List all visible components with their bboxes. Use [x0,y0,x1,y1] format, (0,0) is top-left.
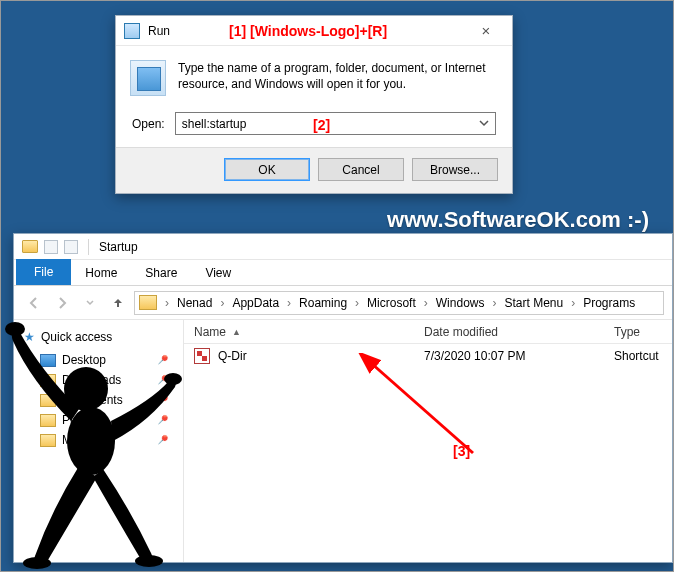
crumb-6[interactable]: Programs [579,296,639,310]
tab-home[interactable]: Home [71,260,131,285]
file-date: 7/3/2020 10:07 PM [414,349,604,363]
cancel-button[interactable]: Cancel [318,158,404,181]
chevron-right-icon[interactable]: › [161,296,173,310]
open-value: shell:startup [182,117,247,131]
folder-icon [22,240,38,253]
chevron-right-icon[interactable]: › [488,296,500,310]
quick-access-group[interactable]: ★ Quick access [18,326,179,348]
run-program-icon [130,60,166,96]
annotation-2: [2] [313,117,330,133]
tab-view[interactable]: View [191,260,245,285]
ok-button[interactable]: OK [224,158,310,181]
column-headers: Name▲ Date modified Type [184,320,672,344]
chevron-right-icon[interactable]: › [216,296,228,310]
crumb-0[interactable]: Nenad [173,296,216,310]
browse-button[interactable]: Browse... [412,158,498,181]
explorer-toolbar: › Nenad › AppData › Roaming › Microsoft … [14,286,672,320]
pin-icon: 📍 [152,350,171,369]
ribbon-tabs: File Home Share View [14,260,672,286]
chevron-right-icon[interactable]: › [420,296,432,310]
recent-dropdown-icon[interactable] [78,291,102,315]
open-label: Open: [132,117,165,131]
chevron-right-icon[interactable]: › [351,296,363,310]
breadcrumb-folder-icon [139,295,157,310]
explorer-window: Startup File Home Share View › Nenad › A… [13,233,673,563]
forward-button[interactable] [50,291,74,315]
run-icon [124,23,140,39]
explorer-title-text: Startup [99,240,138,254]
up-button[interactable] [106,291,130,315]
crumb-2[interactable]: Roaming [295,296,351,310]
breadcrumb[interactable]: › Nenad › AppData › Roaming › Microsoft … [134,291,664,315]
col-date[interactable]: Date modified [414,325,604,339]
nav-item-desktop[interactable]: Desktop📍 [36,350,179,370]
crumb-4[interactable]: Windows [432,296,489,310]
desktop-icon [40,354,56,367]
folder-icon [40,414,56,427]
folder-icon [40,374,56,387]
nav-pane: ★ Quick access Desktop📍 Downloads📍 Docum… [14,320,184,562]
star-icon: ★ [24,330,35,344]
tab-share[interactable]: Share [131,260,191,285]
nav-item-downloads[interactable]: Downloads📍 [36,370,179,390]
run-dialog: Run × Type the name of a program, folder… [115,15,513,194]
crumb-3[interactable]: Microsoft [363,296,420,310]
nav-item-pictures[interactable]: Pictures📍 [36,410,179,430]
crumb-5[interactable]: Start Menu [500,296,567,310]
file-name: Q-Dir [218,349,247,363]
quick-access-toolbar [44,240,78,254]
pin-icon: 📍 [152,430,171,449]
tab-file[interactable]: File [16,259,71,285]
crumb-1[interactable]: AppData [228,296,283,310]
nav-item-documents[interactable]: Documents📍 [36,390,179,410]
run-description: Type the name of a program, folder, docu… [178,60,496,92]
file-list: Name▲ Date modified Type Q-Dir 7/3/2020 … [184,320,672,562]
chevron-right-icon[interactable]: › [567,296,579,310]
close-icon[interactable]: × [466,16,506,46]
qdir-icon [194,348,210,364]
file-row[interactable]: Q-Dir 7/3/2020 10:07 PM Shortcut [184,344,672,368]
chevron-right-icon[interactable]: › [283,296,295,310]
watermark-text: www.SoftwareOK.com :-) [387,207,649,233]
qat-button-2[interactable] [64,240,78,254]
file-type: Shortcut [604,349,672,363]
sort-asc-icon: ▲ [232,327,241,337]
open-combobox[interactable]: shell:startup [175,112,496,135]
back-button[interactable] [22,291,46,315]
folder-icon [40,394,56,407]
folder-icon [40,434,56,447]
annotation-3: [3] [453,443,470,459]
pin-icon: 📍 [152,370,171,389]
qat-button-1[interactable] [44,240,58,254]
pin-icon: 📍 [152,410,171,429]
col-type[interactable]: Type [604,325,672,339]
pin-icon: 📍 [152,390,171,409]
explorer-titlebar[interactable]: Startup [14,234,672,260]
nav-item-music[interactable]: Music📍 [36,430,179,450]
annotation-1: [1] [Windows-Logo]+[R] [229,23,387,39]
chevron-down-icon[interactable] [477,116,491,130]
col-name[interactable]: Name▲ [184,325,414,339]
